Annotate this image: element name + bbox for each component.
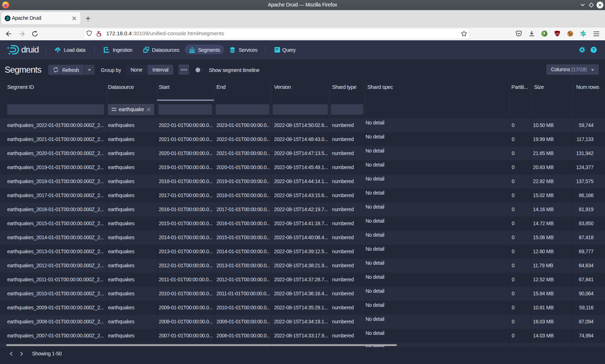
svg-text:?: ? bbox=[592, 47, 595, 53]
svg-text:uO: uO bbox=[555, 32, 559, 35]
